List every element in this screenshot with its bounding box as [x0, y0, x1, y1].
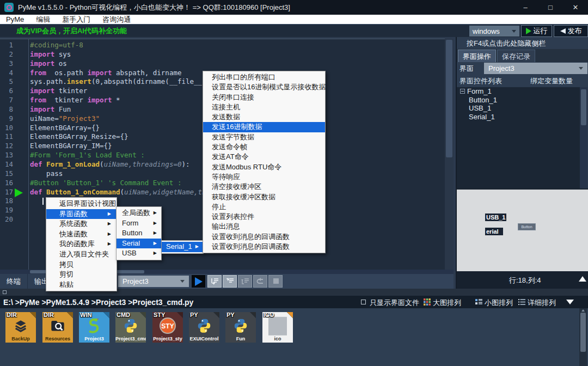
files-scrollbar[interactable] [579, 308, 587, 366]
menu-item[interactable]: 返回界面设计视图 [46, 199, 117, 209]
menu-item[interactable]: 列出串口的所有端口 [203, 72, 325, 82]
serial-instance-submenu: Serial_1▶ [161, 240, 204, 254]
detail-view-icon [518, 298, 525, 307]
menu-item[interactable]: 发送字节数据 [203, 132, 325, 142]
file-icon-project3_sty[interactable]: STYSTYProject3_sty [152, 312, 183, 343]
step-over-button[interactable] [207, 275, 222, 288]
text-cursor [42, 198, 44, 205]
chevron-down-icon [579, 67, 583, 70]
widget-tree-item[interactable]: Serial_1 [457, 113, 580, 121]
submenu-arrow-icon: ▶ [154, 218, 159, 229]
line-number: 10 [0, 124, 13, 133]
menu-item[interactable]: 剪切 [46, 270, 117, 280]
menu-item[interactable]: 界面函数▶ [46, 209, 117, 219]
dir-backup-glyph-icon [13, 318, 29, 335]
large-icons-view-button[interactable]: 大图排列 [424, 298, 461, 308]
file-icon-backup[interactable]: DIRBackUp [5, 312, 36, 343]
menu-item[interactable]: 清空接收缓冲区 [203, 182, 325, 192]
widget-list-label: 界面控件列表 [460, 76, 502, 86]
publish-button[interactable]: 发布 [554, 25, 588, 37]
collapse-files-icon[interactable] [566, 300, 574, 304]
menubar-item[interactable]: 新手入门 [56, 15, 96, 25]
project-dropdown[interactable]: Project3 [118, 276, 189, 287]
debug-run-button[interactable] [192, 275, 205, 288]
editor-vertical-scrollbar[interactable] [445, 39, 454, 270]
menu-item[interactable]: 拷贝 [46, 260, 117, 270]
menu-item[interactable]: 我的函数库▶ [46, 239, 117, 249]
file-icon-fun[interactable]: PYFun [225, 312, 256, 343]
preview-label[interactable]: USB_1 [485, 213, 506, 221]
detail-view-button[interactable]: 详细排列 [518, 298, 556, 308]
widget-tree-item[interactable]: Form_1 [457, 87, 580, 96]
menu-item[interactable]: 发送AT命令 [203, 152, 325, 162]
menu-item[interactable]: 快速函数▶ [46, 229, 117, 240]
menu-item[interactable]: 全局函数▶ [117, 208, 161, 218]
filter-label[interactable]: 只显示界面文件 [370, 298, 419, 308]
menu-item[interactable]: Form▶ [117, 218, 161, 229]
folded-corner [177, 312, 183, 318]
menu-item[interactable]: 设置收到消息的回调函数 [203, 242, 325, 252]
file-icon-project3[interactable]: WINProject3 [79, 312, 109, 343]
menu-item[interactable]: 发送Modbus RTU命令 [203, 162, 325, 172]
menu-item[interactable]: 设置收到消息的回调函数 [203, 232, 325, 242]
tree-collapse-icon[interactable] [460, 89, 465, 94]
menu-item[interactable]: 进入项目文件夹 [46, 249, 117, 260]
expand-up-icon[interactable] [579, 276, 586, 282]
step-out-button[interactable] [238, 275, 252, 288]
minimize-button[interactable]: – [513, 0, 538, 15]
small-icons-view-button[interactable]: 小图排列 [475, 298, 513, 308]
menu-item[interactable]: 发送命令帧 [203, 142, 325, 152]
menu-item[interactable]: USB▶ [117, 248, 161, 259]
target-platform-dropdown[interactable]: windows [469, 26, 519, 36]
menu-item[interactable]: 发送16进制数据 [203, 122, 325, 132]
menu-item[interactable]: Serial▶ [117, 239, 161, 249]
close-button[interactable]: ✕ [563, 0, 588, 15]
menu-item[interactable]: 连接主机 [203, 102, 325, 112]
file-icon-exuicontrol[interactable]: PYEXUIControl [189, 312, 219, 343]
menu-item[interactable]: Serial_1▶ [162, 242, 203, 252]
file-icon-ico[interactable]: ICOico [262, 312, 293, 343]
run-button[interactable]: 运行 [521, 25, 552, 37]
file-icon-resources[interactable]: DIRResources [42, 312, 73, 343]
breadcrumb[interactable]: E:\ >PyMe >PyMe1.5.4.9 >Project3 >Projec… [3, 298, 193, 307]
menu-item[interactable]: 关闭串口连接 [203, 93, 325, 102]
submenu-arrow-icon: ▶ [108, 239, 113, 249]
menu-item[interactable]: 获取接收缓冲区数据 [203, 192, 325, 202]
line-number: 8 [0, 105, 13, 114]
tree-scrollbar[interactable] [580, 87, 587, 188]
stop-button[interactable] [268, 275, 283, 288]
preview-label[interactable]: erial [485, 228, 503, 235]
menu-item[interactable]: 等待响应 [203, 172, 325, 182]
hide-panel-hint[interactable]: 按F4或点击此处隐藏侧栏 [467, 39, 546, 48]
preview-button[interactable]: Button [518, 223, 536, 230]
menubar-item[interactable]: 咨询沟通 [96, 15, 137, 25]
folded-corner [140, 312, 146, 318]
menubar-item[interactable]: 编辑 [30, 15, 56, 25]
ui-dropdown[interactable]: Project3 [484, 63, 587, 74]
panel-tabs: 界面操作保存记录 [457, 49, 588, 62]
menu-item[interactable]: 设置是否以16进制模式显示接收数据 [203, 82, 325, 92]
panel-tab[interactable]: 保存记录 [497, 50, 535, 62]
form-preview[interactable]: USB_1erialButton [457, 188, 588, 271]
widget-tree-item[interactable]: Button_1 [457, 96, 580, 105]
panel-tab[interactable]: 界面操作 [458, 50, 496, 62]
menu-item[interactable]: 系统函数▶ [46, 219, 117, 229]
menu-item[interactable]: 粘贴 [46, 280, 117, 290]
step-back-button[interactable] [253, 275, 267, 288]
file-icon-project3_cmd[interactable]: CMDProject3_cmd [115, 312, 146, 343]
menu-item[interactable]: 停止 [203, 202, 325, 212]
menu-item[interactable]: 设置列表控件 [203, 212, 325, 222]
menu-item[interactable]: 发送数据 [203, 112, 325, 122]
widget-tree-item[interactable]: USB_1 [457, 104, 580, 113]
maximize-button[interactable]: □ [538, 0, 563, 15]
step-into-button[interactable] [223, 275, 237, 288]
menu-item[interactable]: 输出消息 [203, 222, 325, 231]
menubar-item[interactable]: PyMe [0, 15, 30, 23]
vip-banner[interactable]: 成为VIP会员，开启AI代码补全功能 [16, 26, 127, 36]
terminal-tab[interactable]: 终端 [0, 274, 28, 289]
play-icon [195, 277, 203, 286]
filter-checkbox[interactable] [361, 300, 366, 304]
menu-item[interactable]: Button▶ [117, 228, 161, 239]
submenu-arrow-icon: ▶ [108, 219, 113, 229]
win-glyph-icon [86, 318, 102, 335]
